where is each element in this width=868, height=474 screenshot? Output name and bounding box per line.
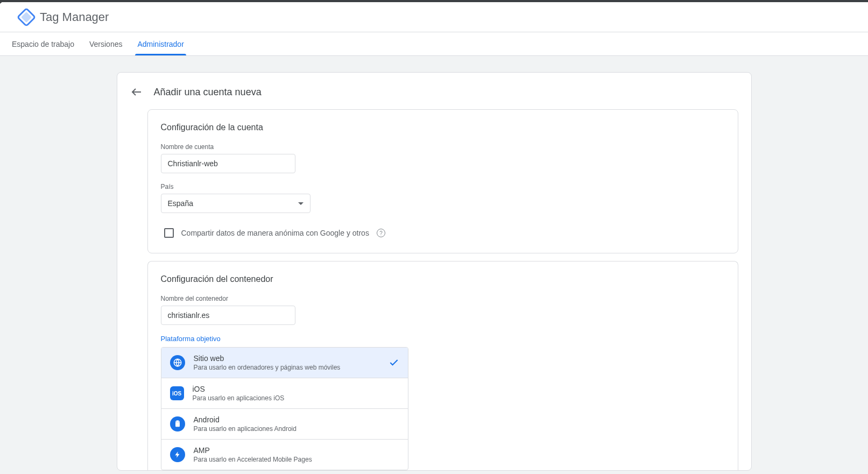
svg-point-3 (176, 421, 177, 422)
tab-label: Administrador (137, 40, 184, 48)
account-name-label: Nombre de cuenta (161, 143, 725, 151)
main-tabs: Espacio de trabajo Versiones Administrad… (0, 32, 868, 56)
platform-text: iOS Para usarlo en aplicaciones iOS (193, 385, 399, 402)
tab-workspace[interactable]: Espacio de trabajo (4, 32, 82, 55)
back-arrow-icon[interactable] (130, 86, 143, 98)
content-panel: Añadir una cuenta nueva Configuración de… (117, 72, 752, 471)
platform-text: Android Para usarlo en aplicaciones Andr… (194, 415, 399, 433)
share-data-checkbox[interactable] (164, 228, 174, 238)
platform-label: Plataforma objetivo (161, 335, 725, 343)
main-content-area: Añadir una cuenta nueva Configuración de… (0, 56, 868, 474)
country-value: España (168, 199, 193, 208)
tab-label: Espacio de trabajo (12, 40, 74, 48)
platform-desc: Para usarlo en Accelerated Mobile Pages (194, 456, 399, 463)
svg-point-4 (178, 421, 179, 422)
platform-desc: Para usarlo en ordenadores y páginas web… (194, 364, 380, 371)
account-config-card: Configuración de la cuenta Nombre de cue… (147, 109, 738, 253)
container-name-label: Nombre del contenedor (161, 295, 725, 302)
country-select[interactable]: España (161, 194, 310, 213)
share-data-label: Compartir datos de manera anónima con Go… (181, 229, 369, 237)
page-title: Añadir una cuenta nueva (154, 87, 262, 98)
platform-desc: Para usarlo en aplicaciones iOS (193, 394, 399, 402)
android-icon (170, 416, 185, 431)
lightning-icon (170, 447, 185, 462)
platform-title: iOS (193, 385, 399, 393)
card-title: Configuración de la cuenta (161, 123, 725, 132)
country-label: País (161, 183, 725, 190)
platform-title: Android (194, 415, 399, 424)
platform-option-web[interactable]: Sitio web Para usarlo en ordenadores y p… (161, 348, 408, 378)
container-config-card: Configuración del contenedor Nombre del … (147, 261, 738, 470)
tab-admin[interactable]: Administrador (130, 32, 191, 55)
account-name-input[interactable] (161, 154, 295, 173)
tab-versions[interactable]: Versiones (82, 32, 130, 55)
platform-title: Sitio web (194, 354, 380, 363)
container-name-input[interactable] (161, 306, 295, 325)
platform-option-android[interactable]: Android Para usarlo en aplicaciones Andr… (161, 409, 408, 440)
platform-title: AMP (194, 446, 399, 455)
platform-list: Sitio web Para usarlo en ordenadores y p… (161, 347, 408, 470)
app-header: Tag Manager (0, 2, 868, 32)
page-header: Añadir una cuenta nueva (117, 83, 751, 109)
share-data-row: Compartir datos de manera anónima con Go… (161, 226, 725, 240)
help-icon[interactable]: ? (377, 229, 385, 237)
platform-option-amp[interactable]: AMP Para usarlo en Accelerated Mobile Pa… (161, 440, 408, 470)
platform-desc: Para usarlo en aplicaciones Android (194, 425, 399, 433)
top-accent-bar (0, 0, 868, 2)
check-icon (389, 357, 399, 368)
platform-text: AMP Para usarlo en Accelerated Mobile Pa… (194, 446, 399, 463)
card-title: Configuración del contenedor (161, 274, 725, 284)
app-title: Tag Manager (40, 10, 109, 24)
tab-label: Versiones (89, 40, 122, 48)
platform-option-ios[interactable]: iOS iOS Para usarlo en aplicaciones iOS (161, 378, 408, 409)
chevron-down-icon (298, 202, 304, 205)
logo-area[interactable]: Tag Manager (0, 10, 109, 24)
globe-icon (170, 355, 185, 370)
platform-text: Sitio web Para usarlo en ordenadores y p… (194, 354, 380, 371)
tag-manager-logo-icon (17, 7, 37, 27)
ios-icon: iOS (170, 386, 184, 400)
